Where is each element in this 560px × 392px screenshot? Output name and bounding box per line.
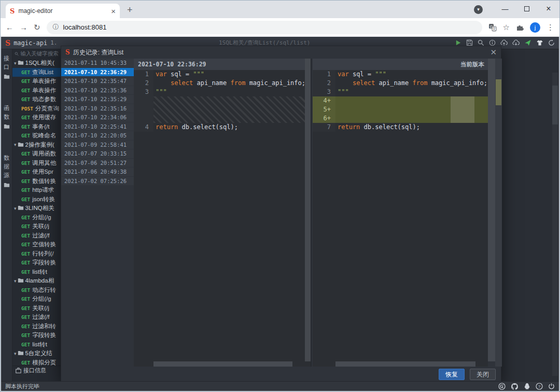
dialog-close-icon[interactable]: ✕ xyxy=(490,48,497,57)
tree-item[interactable]: GETlist转t xyxy=(12,268,61,277)
panel-tab-2[interactable]: 函数 xyxy=(4,104,10,130)
tree-item[interactable]: GET驼峰命名 xyxy=(12,131,61,141)
tree-item[interactable]: GET使用缓存 xyxy=(12,113,61,122)
browser-tab[interactable]: S magic-editor × xyxy=(6,4,120,18)
forward-icon[interactable]: → xyxy=(20,23,27,32)
tree-item[interactable]: GET行转列(/ xyxy=(12,249,61,259)
tree-item[interactable]: GET空值转换 xyxy=(12,240,61,249)
history-item[interactable]: 2021-07-10 22:35:36 xyxy=(61,86,134,95)
github-icon[interactable] xyxy=(511,383,519,390)
cloud-download-icon[interactable] xyxy=(512,39,520,46)
method-badge: GET xyxy=(21,342,30,347)
tree-item[interactable]: GET关联(/j xyxy=(12,222,61,231)
history-item[interactable]: 2021-07-10 22:20:05 xyxy=(61,131,134,140)
history-item[interactable]: 2021-07-10 22:35:29 xyxy=(61,95,134,104)
tree-item[interactable]: GETlist转t xyxy=(12,340,61,349)
history-item[interactable]: 2021-07-09 22:58:41 xyxy=(61,141,134,149)
tree-item[interactable]: POST分页查询 xyxy=(12,104,61,114)
url-text[interactable]: localhost:8081 xyxy=(63,23,107,31)
method-badge: GET xyxy=(21,360,30,366)
refresh-icon[interactable] xyxy=(548,39,555,46)
tree-item[interactable]: GET单表操作 xyxy=(12,77,61,86)
tree-folder[interactable]: ▾3LINQ相关 xyxy=(12,204,61,213)
tree-item[interactable]: GET过滤(/f xyxy=(12,231,61,241)
tree-folder[interactable]: ▾1SQL相关( xyxy=(12,59,61,68)
tree-folder[interactable]: ▾4lambda相 xyxy=(12,276,61,286)
help-icon[interactable]: ? xyxy=(536,383,543,390)
tree-item[interactable]: GET使用Spr xyxy=(12,167,61,177)
tree-folder[interactable]: ▾2操作案例( xyxy=(12,141,61,150)
line-number: 3 xyxy=(134,88,153,96)
tree-item[interactable]: GET单表操作 xyxy=(12,86,61,95)
history-item[interactable]: 2021-07-11 10:45:33 xyxy=(61,59,134,67)
qq-icon[interactable] xyxy=(524,383,530,390)
history-item[interactable]: 2021-07-10 22:35:47 xyxy=(61,77,134,86)
tree-item[interactable]: GET字段转换 xyxy=(12,258,61,268)
tree-item[interactable]: GET调用其他 xyxy=(12,159,61,168)
update-caret-icon[interactable]: ▾ xyxy=(474,5,483,14)
tree-item[interactable]: GET动态参数 xyxy=(12,95,61,104)
tree-item-label: 4lambda相 xyxy=(25,277,54,285)
cloud-upload-icon[interactable] xyxy=(500,39,508,46)
old-vertical-scrollbar[interactable] xyxy=(305,59,311,361)
current-vertical-scrollbar[interactable] xyxy=(488,59,495,361)
history-item[interactable]: 2021-07-10 22:25:41 xyxy=(61,122,134,131)
translate-icon[interactable]: G文 xyxy=(488,23,497,32)
reload-icon[interactable]: ↻ xyxy=(34,23,40,32)
page-info-icon[interactable]: ⓘ xyxy=(53,23,59,32)
tree-item[interactable]: GET调用函数 xyxy=(12,149,61,159)
diff-overview-ruler[interactable] xyxy=(495,59,502,367)
current-horizontal-scrollbar[interactable] xyxy=(335,361,487,367)
panel-tab-char: 数 xyxy=(4,154,9,162)
bookmark-star-icon[interactable]: ☆ xyxy=(503,23,510,32)
chevron-down-icon[interactable]: ▾ xyxy=(14,61,17,66)
close-icon[interactable]: × xyxy=(538,4,559,13)
url-bar[interactable]: ⓘ localhost:8081 xyxy=(47,21,482,34)
old-horizontal-scrollbar[interactable] xyxy=(153,361,304,367)
tree-item[interactable]: GETjson转换 xyxy=(12,195,61,204)
editor-scrollbar[interactable] xyxy=(552,73,558,376)
sidebar-search[interactable]: 输入关键字搜索 xyxy=(12,49,61,59)
dialog-logo-icon: S xyxy=(65,49,70,56)
tab-close-icon[interactable]: × xyxy=(111,7,116,16)
profile-avatar[interactable]: j xyxy=(530,22,540,33)
tree-item[interactable]: GET数值转换 xyxy=(12,177,61,186)
tree-item[interactable]: GET分组(/g xyxy=(12,295,61,304)
api-info-row[interactable]: 接口信息 xyxy=(12,366,61,374)
chevron-down-icon[interactable]: ▾ xyxy=(14,351,17,356)
tree-item[interactable]: GET过滤(/f xyxy=(12,313,61,322)
menu-kebab-icon[interactable]: ⋮ xyxy=(547,23,554,32)
panel-tab-3[interactable]: 数据源 xyxy=(4,154,10,189)
history-item[interactable]: 2021-07-06 20:49:38 xyxy=(61,167,134,176)
tree-item[interactable]: GEThttp请求 xyxy=(12,186,61,195)
tree-item[interactable]: GET动态行转 xyxy=(12,286,61,295)
tree-item[interactable]: GET过滤和转 xyxy=(12,322,61,331)
power-icon[interactable] xyxy=(548,383,555,390)
maximize-icon[interactable] xyxy=(516,5,538,13)
back-icon[interactable]: ← xyxy=(6,23,13,32)
tree-item[interactable]: GET查询List xyxy=(12,68,61,77)
extensions-icon[interactable] xyxy=(516,23,524,31)
new-tab-icon[interactable]: + xyxy=(127,5,133,16)
history-item[interactable]: 2021-07-02 07:25:26 xyxy=(61,177,134,186)
history-item[interactable]: 2021-07-10 22:35:16 xyxy=(61,104,134,113)
chevron-down-icon[interactable]: ▾ xyxy=(14,278,17,284)
history-item[interactable]: 2021-07-10 22:34:06 xyxy=(61,113,134,122)
history-item[interactable]: 2021-07-07 20:33:15 xyxy=(61,149,134,158)
tree-item[interactable]: GET分组(/g xyxy=(12,213,61,222)
chevron-down-icon[interactable]: ▾ xyxy=(14,142,17,147)
tree-folder[interactable]: ▾5自定义结 xyxy=(12,349,61,358)
gitee-icon[interactable] xyxy=(498,383,506,390)
close-button[interactable]: 关闭 xyxy=(470,369,496,380)
tree-item[interactable]: GET事务(/t xyxy=(12,122,61,132)
push-icon[interactable] xyxy=(524,39,531,46)
minimize-icon[interactable]: — xyxy=(494,5,516,13)
chevron-down-icon[interactable]: ▾ xyxy=(14,206,17,211)
history-item[interactable]: 2021-07-06 20:51:27 xyxy=(61,159,134,167)
theme-icon[interactable] xyxy=(536,39,543,46)
restore-button[interactable]: 恢复 xyxy=(439,369,465,380)
tree-item[interactable]: GET字段转换 xyxy=(12,331,61,340)
panel-tab-1[interactable]: 接口 xyxy=(4,54,10,80)
tree-item[interactable]: GET关联(/j xyxy=(12,304,61,313)
history-item[interactable]: 2021-07-10 22:36:29 xyxy=(61,68,134,77)
